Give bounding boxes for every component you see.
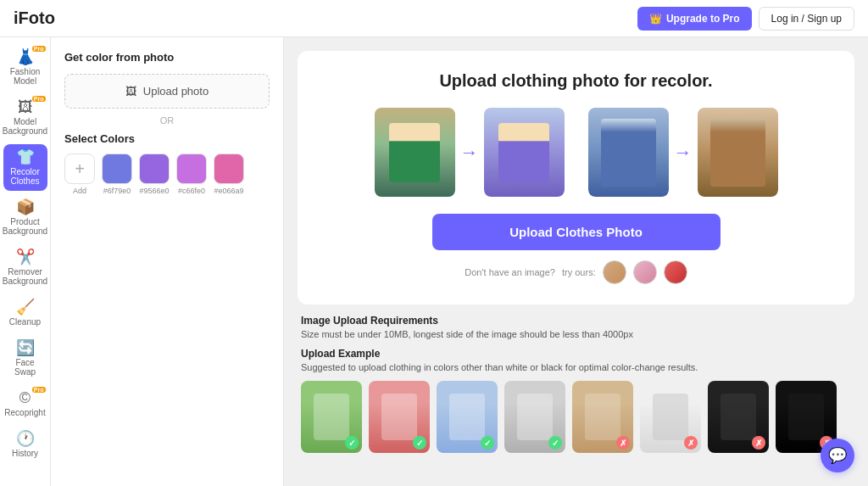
- color-swatches: + Add #6f79e0 #9566e0 #c66fe0 #e066a9: [64, 154, 270, 195]
- model-background-icon: 🖼: [18, 99, 33, 115]
- female-demo-pair: →: [375, 108, 565, 197]
- upload-icon: 🖼: [125, 85, 136, 98]
- main-upload-card: Upload clothing photo for recolor. →: [298, 51, 854, 304]
- badge-no-7: ✗: [752, 436, 765, 450]
- sidebar-item-recolor-clothes[interactable]: 👕 Recolor Clothes: [3, 144, 47, 191]
- color-3-label: #c66fe0: [178, 187, 205, 195]
- chat-button[interactable]: 💬: [821, 439, 854, 472]
- requirements-text: Size must be under 10MB, longest side of…: [301, 329, 851, 339]
- recolor-clothes-icon: 👕: [16, 149, 35, 165]
- try-ours-label: try ours:: [562, 267, 596, 277]
- example-item-6: ✗: [640, 381, 701, 453]
- try-thumb-1[interactable]: [603, 260, 626, 284]
- requirements-section: Image Upload Requirements Size must be u…: [298, 315, 854, 456]
- color-4-label: #e066a9: [214, 187, 243, 195]
- male-before-img: [588, 108, 669, 197]
- sidebar-label: Recopright: [4, 408, 45, 417]
- color-2[interactable]: [139, 154, 170, 184]
- badge-ok-1: ✓: [345, 436, 359, 450]
- try-ours-row: Don't have an image? try ours:: [318, 260, 834, 284]
- pro-badge: Pro: [32, 387, 46, 393]
- header: iFoto 👑 Upgrade to Pro Log in / Sign up: [0, 0, 868, 37]
- sidebar-label: Recolor Clothes: [7, 167, 44, 186]
- color-2-label: #9566e0: [139, 187, 169, 195]
- demo-images-row: → →: [318, 108, 834, 197]
- sidebar-label: Cleanup: [9, 317, 41, 327]
- badge-no-5: ✗: [616, 436, 630, 450]
- sidebar-label: Remover Background: [3, 267, 47, 286]
- color-4[interactable]: [214, 154, 244, 184]
- history-icon: 🕐: [16, 431, 35, 446]
- select-colors-title: Select Colors: [64, 132, 270, 145]
- sidebar-label: Fashion Model: [7, 67, 44, 86]
- example-grid: ✓ ✓ ✓ ✓: [301, 381, 851, 456]
- remover-background-icon: ✂️: [16, 249, 35, 265]
- header-actions: 👑 Upgrade to Pro Log in / Sign up: [637, 7, 854, 31]
- male-after-img: [698, 108, 778, 197]
- arrow-icon: →: [460, 142, 479, 164]
- face-swap-icon: 🔄: [16, 340, 35, 355]
- sidebar-item-face-swap[interactable]: 🔄 Face Swap: [3, 335, 47, 382]
- upgrade-label: Upgrade to Pro: [666, 13, 740, 25]
- color-1-label: #6f79e0: [103, 187, 131, 195]
- sidebar-label: Face Swap: [7, 358, 44, 377]
- sidebar-label: History: [12, 449, 38, 458]
- example-item-2: ✓: [369, 381, 430, 453]
- or-divider: OR: [64, 115, 270, 126]
- color-swatch-1: #6f79e0: [102, 154, 132, 195]
- female-before-img: [375, 108, 455, 197]
- sidebar-item-product-background[interactable]: 📦 Product Background: [3, 194, 47, 241]
- color-1[interactable]: [102, 154, 132, 184]
- app-wrapper: Pro 👗 Fashion Model Pro 🖼 Model Backgrou…: [0, 0, 868, 486]
- badge-no-6: ✗: [684, 436, 698, 450]
- left-panel-title: Get color from photo: [64, 51, 270, 64]
- upload-clothes-button[interactable]: Upload Clothes Photo: [432, 214, 721, 250]
- example-item-5: ✗: [572, 381, 633, 453]
- main-title: Upload clothing photo for recolor.: [318, 71, 834, 91]
- try-ours-prefix: Don't have an image?: [465, 267, 555, 277]
- sidebar-item-cleanup[interactable]: 🧹 Cleanup: [3, 294, 47, 332]
- female-after-img: [484, 108, 565, 197]
- chat-icon: 💬: [828, 446, 847, 465]
- example-text: Suggested to upload clothing in colors o…: [301, 362, 851, 372]
- sidebar-item-remover-background[interactable]: ✂️ Remover Background: [3, 244, 47, 291]
- pro-badge: Pro: [32, 96, 46, 102]
- color-swatch-2: #9566e0: [139, 154, 170, 195]
- crown-icon: 👑: [649, 13, 662, 25]
- sidebar-label: Model Background: [3, 117, 47, 136]
- sidebar-item-model-background[interactable]: Pro 🖼 Model Background: [3, 94, 47, 141]
- example-item-3: ✓: [437, 381, 498, 453]
- badge-ok-3: ✓: [481, 436, 494, 450]
- sidebar-item-fashion-model[interactable]: Pro 👗 Fashion Model: [3, 44, 47, 91]
- try-thumb-3[interactable]: [664, 260, 687, 284]
- product-background-icon: 📦: [16, 199, 35, 215]
- fashion-model-icon: 👗: [16, 49, 35, 64]
- example-item-7: ✗: [708, 381, 769, 453]
- upload-photo-button[interactable]: 🖼 Upload photo: [64, 74, 270, 109]
- sidebar-item-recopright[interactable]: Pro ©️ Recopright: [3, 385, 47, 422]
- recopright-icon: ©️: [19, 390, 31, 405]
- badge-ok-4: ✓: [548, 436, 562, 450]
- pro-badge: Pro: [32, 46, 46, 52]
- sidebar: Pro 👗 Fashion Model Pro 🖼 Model Backgrou…: [0, 37, 51, 486]
- sidebar-item-history[interactable]: 🕐 History: [3, 426, 47, 463]
- upload-label: Upload photo: [143, 85, 209, 98]
- login-button[interactable]: Log in / Sign up: [759, 7, 854, 31]
- logo: iFoto: [14, 8, 55, 28]
- main-area: Upload clothing photo for recolor. →: [284, 37, 868, 486]
- cleanup-icon: 🧹: [16, 299, 35, 315]
- add-label: Add: [73, 187, 86, 195]
- add-color-item: + Add: [64, 154, 95, 195]
- color-swatch-4: #e066a9: [214, 154, 244, 195]
- try-thumb-2[interactable]: [633, 260, 657, 284]
- example-item-4: ✓: [504, 381, 565, 453]
- arrow-icon-2: →: [674, 142, 693, 164]
- sidebar-label: Product Background: [3, 217, 47, 236]
- logo-foto: Foto: [19, 8, 55, 27]
- example-title: Upload Example: [301, 348, 851, 360]
- color-3[interactable]: [176, 154, 207, 184]
- color-swatch-3: #c66fe0: [176, 154, 207, 195]
- upgrade-button[interactable]: 👑 Upgrade to Pro: [637, 7, 752, 31]
- male-demo-pair: →: [588, 108, 778, 197]
- add-color-button[interactable]: +: [64, 154, 95, 184]
